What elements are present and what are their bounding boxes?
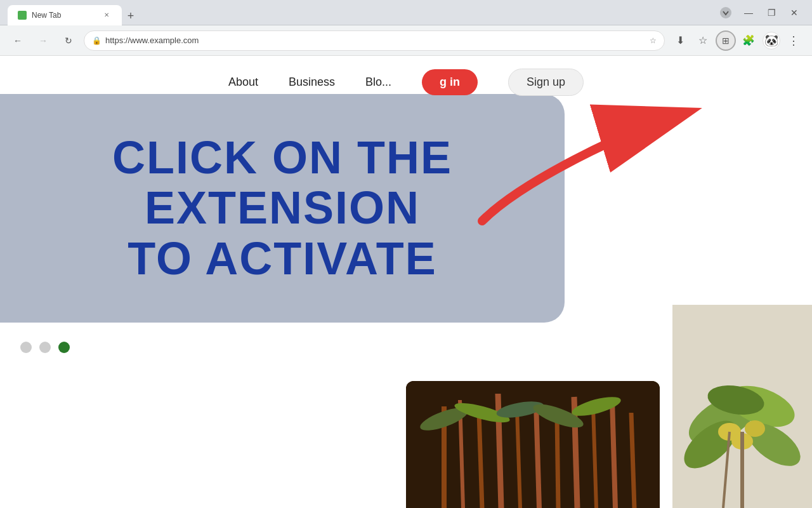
chevron-down-icon — [719, 6, 732, 19]
carousel-dot-2[interactable] — [39, 342, 51, 353]
main-banner: CLICK ON THE EXTENSION TO ACTIVATE — [0, 94, 565, 323]
back-button[interactable]: ← — [8, 30, 28, 51]
banner-line1: CLICK ON THE — [112, 132, 452, 183]
bottom-image-left — [406, 381, 660, 508]
download-icon: ⬇ — [676, 34, 684, 46]
close-button[interactable]: ✕ — [784, 3, 804, 23]
plant-image — [672, 305, 812, 508]
puzzle-icon: 🧩 — [742, 34, 755, 46]
svg-line-9 — [557, 416, 558, 508]
browser-titlebar: New Tab ✕ + — ❐ ✕ — [0, 0, 812, 25]
carousel-dots — [20, 342, 70, 353]
signup-button[interactable]: Sign up — [508, 69, 584, 96]
browser-toolbar: ← → ↻ 🔒 https://www.example.com ☆ ⬇ ☆ ⊞ … — [0, 25, 812, 56]
tab-close-btn[interactable]: ✕ — [102, 10, 112, 20]
carousel-dot-1[interactable] — [20, 342, 32, 353]
minimize-button[interactable]: — — [738, 3, 759, 23]
download-button[interactable]: ⬇ — [670, 30, 690, 51]
panda-avatar-button[interactable]: 🐼 — [761, 30, 782, 51]
forward-button[interactable]: → — [33, 30, 53, 51]
page-content: About Business Blo... g in Sign up CLICK… — [0, 56, 812, 508]
svg-line-5 — [479, 413, 482, 508]
svg-line-13 — [631, 413, 634, 508]
svg-line-8 — [536, 403, 539, 508]
nav-about[interactable]: About — [228, 76, 258, 89]
signin-button[interactable]: g in — [422, 69, 478, 95]
svg-point-0 — [720, 7, 731, 18]
nav-business[interactable]: Business — [289, 76, 335, 89]
bottom-image-right — [672, 305, 812, 508]
browser-tab[interactable]: New Tab ✕ — [8, 5, 122, 25]
bookmark-button[interactable]: ☆ — [693, 30, 713, 51]
extension-button[interactable]: ⊞ — [716, 30, 736, 51]
toolbar-icons: ⬇ ☆ ⊞ 🧩 🐼 ⋮ — [670, 30, 804, 51]
nav-blog[interactable]: Blo... — [365, 76, 391, 89]
secure-icon: 🔒 — [92, 36, 102, 45]
three-dots-icon: ⋮ — [788, 34, 801, 48]
bookmark-star-icon: ☆ — [650, 36, 657, 45]
banner-text: CLICK ON THE EXTENSION TO ACTIVATE — [112, 133, 452, 284]
tab-favicon — [18, 11, 27, 20]
carousel-dot-3[interactable] — [58, 342, 70, 353]
maximize-button[interactable]: ❐ — [761, 3, 782, 23]
reload-button[interactable]: ↻ — [58, 30, 79, 51]
extension-frame-icon: ⊞ — [722, 36, 730, 46]
tab-area: New Tab ✕ + — [8, 0, 140, 25]
chrome-menu-button[interactable]: ⋮ — [784, 30, 804, 51]
bookmark-icon: ☆ — [698, 34, 707, 46]
tab-title: New Tab — [32, 11, 61, 20]
new-tab-button[interactable]: + — [122, 8, 140, 25]
banner-line2: EXTENSION — [145, 182, 420, 233]
svg-line-12 — [612, 400, 615, 508]
site-navigation: About Business Blo... g in Sign up — [0, 56, 812, 109]
panda-avatar-icon: 🐼 — [763, 32, 780, 50]
banner-line3: TO ACTIVATE — [128, 233, 436, 284]
address-bar[interactable]: 🔒 https://www.example.com ☆ — [84, 30, 665, 51]
extensions-puzzle-button[interactable]: 🧩 — [738, 30, 759, 51]
address-text: https://www.example.com — [105, 36, 646, 45]
garden-image — [406, 381, 660, 508]
titlebar-window-controls: — ❐ ✕ — [716, 3, 804, 23]
profile-dropdown-btn[interactable] — [716, 3, 736, 23]
